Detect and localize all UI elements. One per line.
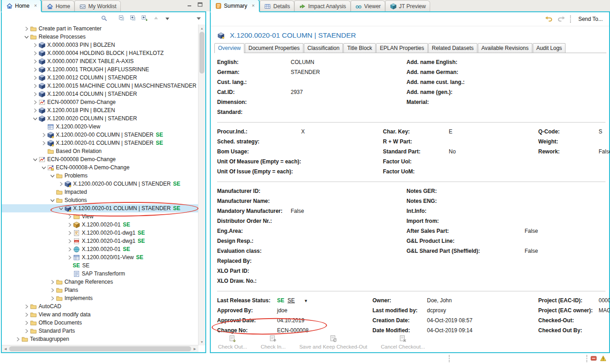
collapse-all-icon[interactable] (118, 15, 126, 23)
check-out-button[interactable]: Check Out... (218, 334, 247, 349)
tree-item[interactable]: Plans (2, 286, 198, 294)
tree-item[interactable]: X.1200.0014 COLUMN | STAENDER (2, 90, 198, 98)
tree-item[interactable]: Release Processes (2, 33, 198, 41)
tree-item[interactable]: Standard Parts (2, 327, 198, 335)
check-in-button[interactable]: Check In... (261, 334, 286, 349)
chevron-right-icon[interactable] (66, 221, 73, 228)
scroll-down-icon[interactable]: ▼ (198, 339, 205, 345)
save-and-keep-checked-out-button[interactable]: Save and Keep Checked-Out (299, 334, 367, 349)
cancel-checkout-button[interactable]: Cancel Checkout... (381, 334, 425, 349)
chevron-right-icon[interactable] (49, 295, 55, 301)
tree-item[interactable]: Change References (2, 278, 198, 286)
chevron-right-icon[interactable] (66, 238, 73, 244)
tree-item[interactable]: X.1200.0020-01SE (2, 221, 198, 229)
move-up-icon[interactable] (152, 15, 160, 23)
tree-item[interactable]: X.0000.0004 HOLDING BLOCK | HALTEKLOTZ (2, 49, 198, 57)
tree-item[interactable]: X.1200.0020/01-ViewSE (2, 253, 198, 261)
maximize-icon[interactable] (198, 2, 203, 7)
tree-item[interactable]: X.1200.0001 TROUGH | ABFLUSSRINNE (2, 65, 198, 74)
tree-item[interactable]: X.1200.0020-01SE (2, 245, 198, 253)
tree-item[interactable]: Implements (2, 294, 198, 302)
tree-item[interactable]: Create part in Teamcenter (2, 25, 198, 33)
chevron-right-icon[interactable] (23, 303, 30, 310)
minimize-icon[interactable] (187, 2, 192, 7)
tab-viewer[interactable]: Viewer (351, 0, 385, 11)
chevron-down-icon[interactable] (49, 197, 55, 203)
chevron-down-icon[interactable] (32, 156, 38, 162)
tab-details[interactable]: Details (260, 0, 295, 11)
chevron-down-icon[interactable] (58, 205, 64, 212)
tree-item[interactable]: X.1200.0015 MACHINE COLUMN | MASCHINENST… (2, 82, 198, 90)
chevron-right-icon[interactable] (32, 58, 38, 64)
tree-item[interactable]: X.0000.0007 INDEX TABLE A-AXIS (2, 57, 198, 65)
chevron-right-icon[interactable] (32, 107, 38, 113)
chevron-right-icon[interactable] (23, 328, 30, 334)
scroll-left-icon[interactable]: ◀ (2, 345, 9, 352)
tab-impact-analysis[interactable]: Impact Analysis (294, 0, 350, 11)
scrollbar-thumb[interactable] (199, 32, 204, 74)
tree-item[interactable]: Based On Relation (2, 147, 198, 155)
tree-item[interactable]: X.1200.0020-View (2, 123, 198, 131)
tree-item[interactable]: AutoCAD (2, 302, 198, 310)
subtab-audit-logs[interactable]: Audit Logs (533, 43, 566, 53)
chevron-right-icon[interactable] (32, 74, 38, 81)
statusbar-separator[interactable] (449, 355, 451, 362)
status-icon-2[interactable] (600, 355, 606, 363)
chevron-right-icon[interactable] (32, 50, 38, 56)
horizontal-scrollbar[interactable]: ◀ ▶ (2, 345, 198, 352)
chevron-right-icon[interactable] (58, 181, 64, 187)
tree-item[interactable]: X.1200.0020 COLUMN | STAENDER (2, 114, 198, 123)
chevron-right-icon[interactable] (32, 91, 38, 97)
tree-item[interactable]: X.1200.0020-01-dwg1SE (2, 237, 198, 245)
back-icon[interactable] (545, 16, 553, 23)
chevron-right-icon[interactable] (23, 311, 30, 318)
search-icon[interactable] (100, 15, 108, 23)
tree-item[interactable]: X.1200.0020-00 COLUMN | STAENDERSE (2, 131, 198, 139)
tree-item[interactable]: Office Documents (2, 319, 198, 327)
chevron-right-icon[interactable] (32, 99, 38, 105)
scrollbar-thumb[interactable] (9, 346, 191, 351)
subtab-related-datasets[interactable]: Related Datasets (428, 43, 477, 53)
chevron-right-icon[interactable] (23, 25, 30, 32)
chevron-down-icon[interactable] (40, 164, 47, 171)
tab-summary[interactable]: Summary× (210, 0, 260, 12)
tree-item[interactable]: X.1200.0020-01-dwg1SE (2, 229, 198, 237)
subtab-eplan-properties[interactable]: EPLAN Properties (376, 43, 427, 53)
release-status-dropdown-icon[interactable]: ▼ (304, 299, 308, 303)
tab-home[interactable]: Home× (1, 0, 42, 12)
tree-item[interactable]: View and modify data (2, 310, 198, 319)
chevron-right-icon[interactable] (66, 213, 73, 220)
chevron-right-icon[interactable] (66, 230, 73, 236)
expand-selected-icon[interactable] (140, 15, 149, 23)
expand-all-icon[interactable] (129, 15, 137, 23)
vertical-scrollbar[interactable]: ▲ ▼ (198, 25, 205, 345)
close-icon[interactable]: × (252, 3, 254, 8)
tab-my-worklist[interactable]: My Worklist (74, 0, 121, 11)
subtab-classification[interactable]: Classification (304, 43, 343, 53)
tree-item[interactable]: ECN-000007 Demo-Change (2, 98, 198, 106)
chevron-right-icon[interactable] (66, 246, 73, 252)
send-to-button[interactable]: Send To... (576, 15, 605, 23)
subtab-document-properties[interactable]: Document Properties (245, 43, 303, 53)
tree-item[interactable]: Impacted (2, 188, 198, 196)
tree-item[interactable]: View (2, 212, 198, 221)
close-icon[interactable]: × (34, 3, 37, 8)
scroll-right-icon[interactable]: ▶ (192, 345, 198, 352)
statusbar-separator[interactable] (586, 355, 588, 362)
move-down-icon[interactable] (163, 15, 171, 23)
chevron-right-icon[interactable] (66, 254, 73, 261)
forward-icon[interactable] (557, 16, 565, 23)
chevron-right-icon[interactable] (32, 42, 38, 48)
subtab-title-block[interactable]: Title Block (343, 43, 376, 53)
subtab-overview[interactable]: Overview (214, 43, 244, 53)
chevron-right-icon[interactable] (40, 140, 47, 146)
view-menu-icon[interactable] (194, 15, 203, 23)
chevron-right-icon[interactable] (32, 83, 38, 89)
tree-item[interactable]: SESE (2, 261, 198, 270)
chevron-down-icon[interactable] (49, 172, 55, 179)
tree-item[interactable]: SAP Transferform (2, 270, 198, 278)
tree-item[interactable]: X.1200.0020-01 COLUMN | STAENDERSE (2, 204, 198, 212)
chevron-right-icon[interactable] (40, 132, 47, 138)
tree-item[interactable]: X.1200.0012 COLUMN | STAENDER (2, 74, 198, 82)
chevron-right-icon[interactable] (15, 336, 21, 342)
